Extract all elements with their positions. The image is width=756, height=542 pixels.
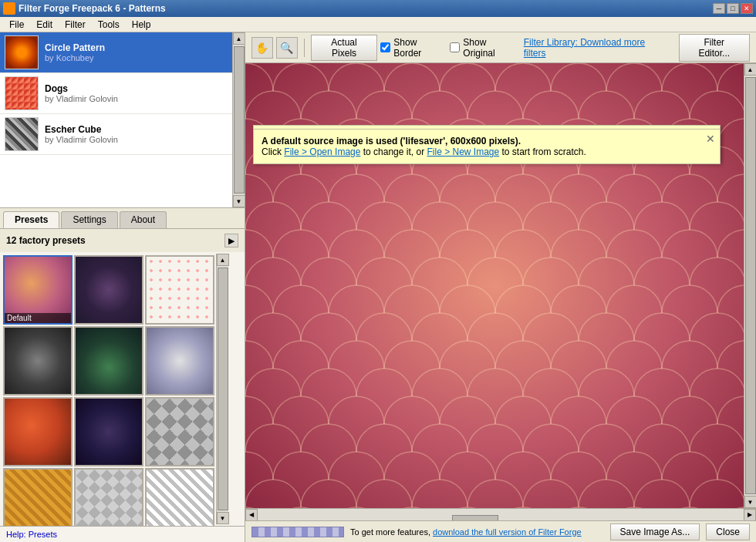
status-bar: To get more features, download the full … [245,520,756,542]
filter-info-dogs: Dogs by Vladimir Golovin [45,83,118,103]
menu-bar: File Edit Filter Tools Help [0,17,756,32]
filter-author-escher: by Vladimir Golovin [45,135,118,144]
preset-item-5[interactable] [74,326,143,396]
notification-text-2: A default source image is used ('lifesav… [262,136,586,157]
scroll-up-arrow[interactable]: ▲ [233,32,245,45]
preset-item-10[interactable] [3,468,73,526]
presets-count: 12 factory presets [6,235,86,246]
progress-bar [251,527,344,537]
title-bar: Filter Forge Freepack 6 - Patterns ─ □ ✕ [0,0,756,17]
preset-item-2[interactable] [74,255,143,325]
filter-list: Circle Pattern by Kochubey Dogs by Vladi… [0,32,245,208]
preset-item-1[interactable]: Default [3,255,73,325]
app-icon [3,2,15,15]
canvas-scroll-left[interactable]: ◀ [245,509,258,521]
presets-scroll-up[interactable]: ▲ [217,254,229,266]
filter-thumb-dogs [5,76,39,110]
preset-label-1: Default [5,313,71,323]
filter-editor-button[interactable]: Filter Editor... [679,34,750,62]
preset-item-7[interactable] [3,397,73,466]
close-notification-2[interactable]: ✕ [706,133,715,145]
filter-item-circle-pattern[interactable]: Circle Pattern by Kochubey [0,32,232,73]
window-title: Filter Forge Freepack 6 - Patterns [19,3,713,14]
tab-about[interactable]: About [120,211,167,228]
presets-scrollbar[interactable]: ▲ ▼ [216,254,228,524]
presets-nav-button[interactable]: ▶ [224,234,238,247]
menu-help[interactable]: Help [126,18,157,32]
show-border-checkbox[interactable] [380,42,390,52]
status-download-link[interactable]: download the full version of Filter Forg… [433,527,582,537]
left-panel: Circle Pattern by Kochubey Dogs by Vladi… [0,32,245,542]
scratch-text: to start from scratch. [502,146,586,157]
close-bottom-button[interactable]: Close [706,523,750,540]
show-original-checkbox[interactable] [450,42,460,52]
canvas-scroll-down[interactable]: ▼ [744,496,757,508]
menu-tools[interactable]: Tools [92,18,126,32]
preset-item-4[interactable] [3,326,73,396]
filter-library-link[interactable]: Filter Library: Download more filters [524,37,670,59]
show-border-label[interactable]: Show Border [380,37,447,59]
status-text: To get more features, download the full … [350,527,604,537]
canvas-scroll-up[interactable]: ▲ [744,63,757,76]
filter-name-dogs: Dogs [45,83,118,94]
canvas-scroll-right[interactable]: ▶ [744,509,756,521]
click-prefix: Click [262,146,284,157]
filter-list-items: Circle Pattern by Kochubey Dogs by Vladi… [0,32,232,207]
filter-thumb-circle [5,35,39,69]
preset-item-11[interactable] [74,468,143,526]
change-text: to change it, or [363,146,427,157]
tab-presets[interactable]: Presets [3,211,59,228]
content-area: Circle Pattern by Kochubey Dogs by Vladi… [0,32,756,542]
zoom-tool-button[interactable]: 🔍 [276,37,298,59]
filter-list-scrollbar[interactable]: ▲ ▼ [232,32,245,207]
source-strong: A default source image is used ('lifesav… [262,136,521,146]
filter-thumb-escher [5,117,39,151]
menu-file[interactable]: File [3,18,30,32]
presets-grid-container[interactable]: Default [0,252,245,526]
tabs-bar: Presets Settings About [0,208,245,229]
presets-scroll-thumb[interactable] [218,268,228,510]
tab-settings[interactable]: Settings [61,211,117,228]
application-window: Filter Forge Freepack 6 - Patterns ─ □ ✕… [0,0,756,542]
show-original-label[interactable]: Show Original [450,37,520,59]
presets-area: 12 factory presets ▶ Default [0,229,245,526]
preset-item-3[interactable] [145,255,214,325]
canvas-area[interactable]: This freepack is just a tiny peek into w… [245,63,744,508]
status-prefix: To get more features, [350,527,430,537]
canvas-row: This freepack is just a tiny peek into w… [245,63,756,508]
minimize-button[interactable]: ─ [713,3,725,14]
canvas-h-scrollbar[interactable]: ◀ ▶ [245,508,756,520]
file-new-link[interactable]: File > New Image [427,146,499,157]
scroll-thumb[interactable] [234,46,245,194]
close-button[interactable]: ✕ [741,3,753,14]
preset-item-8[interactable] [74,397,143,466]
source-image-notification: A default source image is used ('lifesav… [253,129,721,164]
presets-scroll-down[interactable]: ▼ [217,512,229,524]
actual-pixels-button[interactable]: Actual Pixels [311,35,377,61]
window-controls: ─ □ ✕ [713,3,753,14]
show-original-text: Show Original [463,37,520,59]
toolbar: ✋ 🔍 Actual Pixels Show Border Show Origi… [245,32,756,63]
menu-edit[interactable]: Edit [30,18,59,32]
menu-filter[interactable]: Filter [59,18,92,32]
canvas-h-thumb[interactable] [452,515,498,521]
filter-name: Circle Pattern [45,42,105,53]
presets-header: 12 factory presets ▶ [0,229,245,252]
save-image-button[interactable]: Save Image As... [610,523,700,540]
canvas-v-scrollbar[interactable]: ▲ ▼ [744,63,756,508]
preset-item-12[interactable] [145,468,214,526]
toolbar-separator-1 [304,39,305,57]
canvas-wrapper: This freepack is just a tiny peek into w… [245,63,756,520]
preset-item-6[interactable] [145,326,214,396]
pan-tool-button[interactable]: ✋ [251,37,273,59]
scroll-down-arrow[interactable]: ▼ [233,195,245,207]
presets-grid: Default [2,254,216,524]
filter-item-dogs[interactable]: Dogs by Vladimir Golovin [0,73,232,114]
maximize-button[interactable]: □ [727,3,739,14]
file-open-link[interactable]: File > Open Image [284,146,360,157]
filter-author: by Kochubey [45,53,105,62]
help-text[interactable]: Help: Presets [0,526,245,542]
canvas-v-thumb[interactable] [745,77,756,494]
filter-item-escher-cube[interactable]: Escher Cube by Vladimir Golovin [0,114,232,155]
preset-item-9[interactable] [145,397,214,466]
